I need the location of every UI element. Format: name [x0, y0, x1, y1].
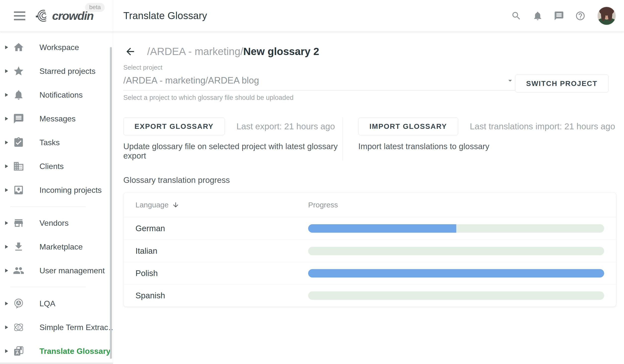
project-select-label: Select project: [123, 64, 515, 71]
sidebar-item-notifications[interactable]: Notifications: [0, 83, 113, 107]
app-window: crowdin beta Translate Glossary: [0, 0, 624, 364]
sidebar-item-clients[interactable]: Clients: [0, 154, 113, 178]
page-title: Translate Glossary: [123, 10, 207, 21]
header-actions: [510, 6, 624, 25]
glossary-actions: EXPORT GLOSSARY Last export: 21 hours ag…: [123, 117, 616, 161]
sidebar-item-user-management[interactable]: User management: [0, 259, 113, 282]
table-row: Spanish: [124, 284, 616, 307]
expand-caret-icon[interactable]: [3, 139, 9, 146]
crowdin-logo-mark: [34, 8, 51, 23]
switch-project-button[interactable]: SWITCH PROJECT: [515, 75, 609, 92]
breadcrumb-current: New glossary 2: [243, 46, 319, 57]
sidebar-item-simple-term-extrac[interactable]: E Simple Term Extrac…: [0, 315, 113, 339]
sidebar-item-label: LQA: [39, 299, 55, 308]
star-icon: [13, 65, 25, 77]
main-content: /ARDEA - marketing/New glossary 2 Select…: [113, 32, 624, 364]
lqa-icon: A: [13, 298, 25, 309]
sidebar-item-label: Translate Glossary: [39, 347, 110, 356]
sidebar-item-label: Workspace: [39, 43, 79, 52]
marketplace-icon: [13, 241, 25, 253]
progress-table: Language Progress German Italian: [123, 192, 616, 307]
expand-caret-icon[interactable]: [3, 163, 9, 169]
sidebar-item-vendors[interactable]: Vendors: [0, 211, 113, 235]
sidebar-item-label: Starred projects: [39, 67, 96, 76]
expand-caret-icon[interactable]: [3, 324, 9, 331]
expand-caret-icon[interactable]: [3, 115, 9, 122]
vendors-icon: [13, 217, 25, 229]
sidebar-item-messages[interactable]: Messages: [0, 107, 113, 131]
expand-caret-icon[interactable]: [3, 220, 9, 226]
tasks-icon: [13, 137, 25, 148]
project-select[interactable]: Select project /ARDEA - marketing/ARDEA …: [123, 64, 515, 102]
sidebar-item-marketplace[interactable]: Marketplace: [0, 235, 113, 259]
search-icon[interactable]: [510, 9, 523, 22]
sidebar-header: crowdin beta: [0, 0, 113, 31]
sidebar-item-label: Vendors: [39, 219, 68, 228]
sidebar: Workspace Starred projects Notifications…: [0, 32, 113, 364]
help-icon[interactable]: [574, 9, 587, 22]
table-header-row: Language Progress: [124, 193, 616, 217]
last-import-status: Last translations import: 21 hours ago: [470, 121, 615, 131]
sidebar-item-translate-glossary[interactable]: A Translate Glossary: [0, 339, 113, 363]
beta-badge: beta: [85, 3, 105, 12]
import-section: IMPORT GLOSSARY Last translations import…: [358, 117, 615, 161]
crowdin-logo[interactable]: crowdin beta: [35, 9, 93, 23]
expand-caret-icon[interactable]: [3, 68, 9, 74]
progress-track: [308, 247, 604, 255]
breadcrumb-path[interactable]: /ARDEA - marketing/: [147, 46, 243, 57]
project-select-helper: Select a project to which glossary file …: [123, 94, 515, 102]
sidebar-item-label: Messages: [39, 114, 76, 123]
expand-caret-icon[interactable]: [3, 92, 9, 98]
export-description: Update glossary file on selected project…: [123, 142, 343, 161]
expand-caret-icon[interactable]: [3, 244, 9, 250]
language-cell: German: [124, 224, 308, 233]
sidebar-item-incoming-projects[interactable]: Incoming projects: [0, 178, 113, 202]
expand-caret-icon[interactable]: [3, 187, 9, 193]
last-export-status: Last export: 21 hours ago: [236, 121, 335, 131]
hamburger-menu-button[interactable]: [14, 11, 25, 20]
dropdown-caret-icon[interactable]: [506, 76, 514, 85]
sidebar-divider: [10, 206, 86, 207]
progress-fill: [308, 224, 456, 233]
import-glossary-button[interactable]: IMPORT GLOSSARY: [358, 117, 458, 135]
expand-caret-icon[interactable]: [3, 44, 9, 51]
sidebar-item-workspace[interactable]: Workspace: [0, 35, 113, 59]
progress-track: [308, 269, 604, 278]
sidebar-item-label: Incoming projects: [39, 186, 102, 195]
term-extractor-icon: E: [13, 321, 25, 333]
table-row: Italian: [124, 240, 616, 262]
progress-track: [308, 291, 604, 300]
notifications-icon[interactable]: [531, 9, 544, 22]
back-button[interactable]: [123, 45, 137, 58]
sidebar-item-label: Marketplace: [39, 242, 83, 252]
sidebar-item-label: Tasks: [39, 138, 60, 147]
sidebar-bottom-divider: [0, 363, 113, 364]
sidebar-item-label: User management: [39, 266, 105, 275]
export-section: EXPORT GLOSSARY Last export: 21 hours ag…: [123, 117, 343, 161]
column-header-language[interactable]: Language: [124, 201, 308, 209]
home-icon: [13, 41, 25, 53]
expand-caret-icon[interactable]: [3, 300, 9, 307]
column-header-progress: Progress: [308, 201, 616, 209]
sidebar-item-lqa[interactable]: A LQA: [0, 292, 113, 315]
language-cell: Polish: [124, 269, 308, 278]
sidebar-item-label: Simple Term Extrac…: [39, 323, 116, 332]
svg-text:A: A: [16, 351, 19, 355]
project-select-row: Select project /ARDEA - marketing/ARDEA …: [123, 64, 616, 102]
progress-track: [308, 224, 604, 233]
sidebar-item-label: Clients: [39, 162, 64, 171]
sidebar-item-starred-projects[interactable]: Starred projects: [0, 59, 113, 83]
expand-caret-icon[interactable]: [3, 348, 9, 354]
progress-fill: [308, 269, 604, 278]
sidebar-scrollbar[interactable]: [110, 47, 112, 359]
sidebar-item-tasks[interactable]: Tasks: [0, 131, 113, 154]
messages-icon[interactable]: [553, 9, 565, 22]
svg-text:A: A: [17, 301, 20, 305]
expand-caret-icon[interactable]: [3, 267, 9, 274]
user-avatar[interactable]: [597, 6, 616, 25]
table-row: German: [124, 217, 616, 240]
translate-glossary-icon: A: [13, 345, 25, 357]
app-header: crowdin beta Translate Glossary: [0, 0, 624, 32]
export-glossary-button[interactable]: EXPORT GLOSSARY: [123, 117, 225, 135]
breadcrumb: /ARDEA - marketing/New glossary 2: [147, 46, 319, 57]
